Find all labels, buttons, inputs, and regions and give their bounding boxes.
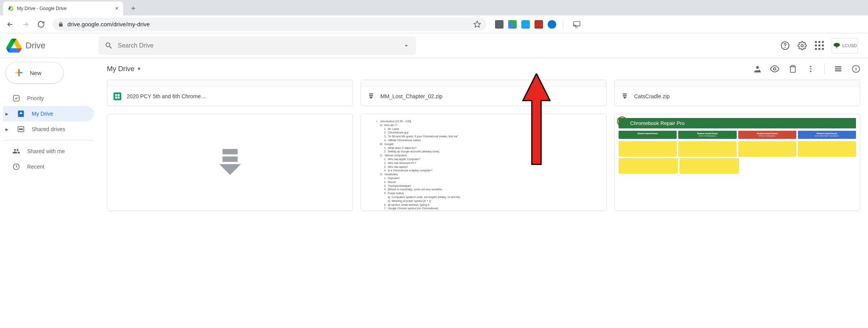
back-button[interactable] <box>4 18 16 31</box>
reload-button[interactable] <box>35 18 47 31</box>
device-category-box: Student-owned DeviceWITH CPS INSURANCE <box>678 131 736 139</box>
svg-rect-24 <box>369 94 373 95</box>
zip-icon <box>621 92 629 100</box>
account-label: LCUSD <box>842 43 857 48</box>
file-card[interactable]: MM_Lost_Chapter_02.zip <box>361 80 607 106</box>
apps-button[interactable] <box>815 41 824 50</box>
divider <box>563 20 564 29</box>
sticky-note <box>679 158 739 174</box>
browser-tab-strip: My Drive - Google Drive × + <box>0 0 868 15</box>
search-input[interactable] <box>118 42 398 49</box>
svg-rect-30 <box>222 149 237 154</box>
search-bar[interactable] <box>98 36 416 55</box>
trash-button[interactable] <box>789 65 797 73</box>
account-badge[interactable]: LCUSD <box>832 38 858 53</box>
file-card[interactable] <box>107 114 353 211</box>
svg-rect-25 <box>369 95 373 96</box>
sidebar-item-label: My Drive <box>32 111 53 117</box>
drive-logo[interactable]: Drive <box>6 38 95 53</box>
sticky-note <box>798 141 856 157</box>
device-category-box: Student-owned DeviceWITH THIRD PARTY INS… <box>798 131 856 139</box>
sidebar-item-label: Priority <box>27 95 44 101</box>
address-bar[interactable]: drive.google.com/drive/my-drive <box>53 18 486 31</box>
close-tab-icon[interactable]: × <box>115 5 119 12</box>
content-toolbar: My Drive ▼ <box>99 58 868 80</box>
lock-icon <box>58 22 64 27</box>
divider <box>824 63 825 74</box>
sidebar-item-label: Shared drives <box>32 126 65 132</box>
file-card[interactable]: Chromebook Repair Pro District-owned Dev… <box>614 114 860 211</box>
tree-icon <box>833 41 841 50</box>
svg-marker-32 <box>219 164 241 175</box>
file-preview <box>107 80 352 87</box>
file-card[interactable]: I. Introduction [12:45 - 1:00] A. Who am… <box>361 114 607 211</box>
sidebar-item-label: Recent <box>27 164 44 170</box>
sticky-note <box>619 141 677 157</box>
extension-icon-2[interactable] <box>508 20 517 29</box>
svg-point-17 <box>810 68 811 70</box>
svg-marker-3 <box>474 21 481 27</box>
chevron-down-icon: ▼ <box>137 66 141 72</box>
sidebar-item-recent[interactable]: Recent <box>3 159 94 174</box>
svg-marker-29 <box>623 97 627 99</box>
header-actions: LCUSD <box>780 38 858 53</box>
details-button[interactable] <box>852 65 860 73</box>
cast-icon[interactable] <box>571 18 583 31</box>
help-button[interactable] <box>780 41 790 50</box>
bookmark-star-icon[interactable] <box>473 20 481 28</box>
preview-button[interactable] <box>770 64 779 73</box>
search-icon <box>105 41 113 50</box>
list-view-button[interactable] <box>834 65 842 73</box>
svg-point-7 <box>801 44 803 47</box>
new-tab-button[interactable]: + <box>128 3 139 14</box>
device-category-box: District-owned Device <box>619 131 677 139</box>
url-text: drive.google.com/drive/my-drive <box>67 21 469 27</box>
svg-rect-31 <box>222 156 237 162</box>
drive-logo-icon <box>6 38 22 53</box>
svg-rect-4 <box>574 21 580 26</box>
chevron-right-icon[interactable]: ▶ <box>5 127 10 132</box>
extension-icon-3[interactable] <box>521 20 530 29</box>
extension-icon-1[interactable] <box>495 20 504 29</box>
svg-marker-26 <box>369 97 373 99</box>
svg-point-13 <box>21 128 22 130</box>
main-content: My Drive ▼ 2020 PCY 5th and 6th Chrome… <box>99 58 868 328</box>
new-button[interactable]: New <box>5 62 64 84</box>
breadcrumb[interactable]: My Drive ▼ <box>107 65 141 73</box>
sidebar-item-mydrive[interactable]: ▶ My Drive <box>3 106 94 121</box>
svg-point-15 <box>773 68 776 70</box>
download-arrow-icon <box>219 149 241 176</box>
forward-button[interactable] <box>19 18 32 31</box>
sheets-icon <box>113 92 121 100</box>
svg-point-12 <box>19 128 21 130</box>
sidebar-item-shared-drives[interactable]: ▶ Shared drives <box>3 121 94 137</box>
settings-button[interactable] <box>798 41 807 50</box>
drive-favicon-icon <box>8 5 14 12</box>
sidebar-item-label: Shared with me <box>27 148 65 154</box>
sidebar-item-shared-with-me[interactable]: Shared with me <box>3 144 94 159</box>
slide-title: Chromebook Repair Pro <box>619 118 856 128</box>
file-card[interactable]: 2020 PCY 5th and 6th Chrome… <box>107 80 353 106</box>
share-button[interactable] <box>752 65 761 73</box>
extension-icon-4[interactable] <box>535 20 543 29</box>
tab-title: My Drive - Google Drive <box>17 6 112 11</box>
svg-point-16 <box>810 66 811 67</box>
divider <box>3 140 94 140</box>
extension-icons <box>495 18 583 31</box>
sticky-note <box>678 141 736 157</box>
files-grid: 2020 PCY 5th and 6th Chrome… MM_Lost_Cha… <box>99 80 868 211</box>
toolbar-actions <box>752 63 860 74</box>
sidebar-item-priority[interactable]: Priority <box>3 91 94 106</box>
browser-tab[interactable]: My Drive - Google Drive × <box>3 2 123 15</box>
svg-rect-10 <box>14 96 19 101</box>
file-preview: Chromebook Repair Pro District-owned Dev… <box>615 114 860 211</box>
svg-rect-28 <box>623 95 627 96</box>
svg-point-18 <box>810 71 811 72</box>
plus-icon <box>14 67 24 78</box>
more-actions-button[interactable] <box>806 65 815 73</box>
extension-icon-5[interactable] <box>548 20 556 29</box>
file-name: 2020 PCY 5th and 6th Chrome… <box>127 93 206 99</box>
file-card[interactable]: CatsCradle.zip <box>614 80 860 106</box>
search-dropdown-icon[interactable] <box>403 42 410 49</box>
chevron-right-icon[interactable]: ▶ <box>5 112 10 116</box>
